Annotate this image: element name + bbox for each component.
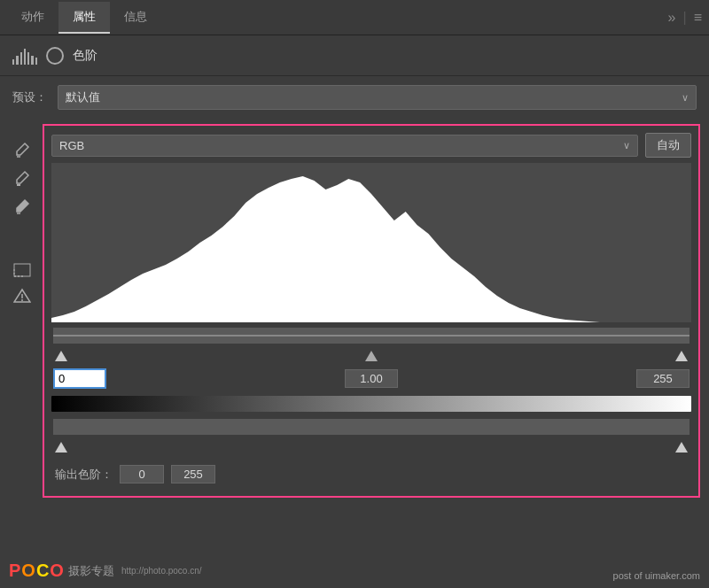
main-content: RGB ∨ 自动 (0, 119, 709, 503)
output-white-handle[interactable] (675, 442, 688, 453)
svg-rect-1 (17, 184, 20, 186)
histogram-small-icon (12, 47, 37, 65)
watermark-poco-text: POCO (9, 561, 65, 581)
left-bottom-tools (13, 262, 31, 305)
tab-properties[interactable]: 属性 (58, 2, 110, 34)
panel-header: 色阶 (0, 35, 709, 76)
channel-value: RGB (59, 139, 84, 152)
eyedropper-white-icon[interactable] (13, 198, 31, 216)
white-point-input[interactable] (636, 369, 690, 388)
menu-icon[interactable]: ≡ (694, 10, 702, 26)
input-values-row (51, 368, 691, 389)
output-white-input[interactable] (171, 465, 215, 484)
preset-row: 预设： 默认值 ∨ (0, 76, 709, 119)
eyedropper-black-icon[interactable] (13, 142, 31, 159)
channel-row: RGB ∨ 自动 (51, 133, 691, 158)
panel-title: 色阶 (73, 48, 97, 64)
levels-panel: RGB ∨ 自动 (43, 124, 700, 498)
svg-point-11 (21, 299, 23, 301)
adjustment-circle-icon (46, 47, 64, 65)
black-point-input[interactable] (53, 368, 106, 389)
watermark-tagline: 摄影专题 (68, 563, 114, 579)
tab-actions[interactable]: 动作 (7, 2, 58, 34)
tab-bar-right: » | ≡ (668, 10, 702, 26)
output-gradient-bar (51, 396, 691, 412)
tab-bar: 动作 属性 信息 » | ≡ (0, 0, 709, 35)
levels-curve-icon[interactable] (13, 262, 31, 280)
channel-chevron-icon: ∨ (623, 140, 630, 151)
left-toolbar (9, 124, 35, 498)
output-black-input[interactable] (120, 465, 164, 484)
preset-chevron-icon: ∨ (682, 92, 689, 104)
tab-info[interactable]: 信息 (110, 2, 161, 34)
output-label-row: 输出色阶： (51, 460, 691, 489)
midpoint-handle[interactable] (365, 351, 378, 361)
watermark-url: http://photo.poco.cn/ (121, 566, 202, 576)
preset-value: 默认值 (66, 89, 100, 105)
output-triangle-handles (51, 440, 691, 454)
output-black-handle[interactable] (55, 442, 67, 453)
input-slider-track[interactable] (53, 328, 690, 344)
histogram-svg (51, 163, 691, 322)
watermark-right: post of uimaker.com (613, 570, 700, 581)
black-point-handle[interactable] (55, 351, 67, 361)
eyedropper-mid-icon[interactable] (13, 170, 31, 188)
preset-dropdown[interactable]: 默认值 ∨ (58, 85, 697, 110)
white-point-handle[interactable] (675, 351, 688, 361)
expand-icon[interactable]: » (668, 10, 676, 26)
triangle-handles (51, 349, 691, 363)
svg-rect-3 (14, 264, 30, 276)
auto-button[interactable]: 自动 (645, 133, 691, 158)
channel-dropdown[interactable]: RGB ∨ (51, 135, 638, 157)
midpoint-input[interactable] (345, 369, 398, 388)
histogram-area (51, 163, 691, 322)
output-label: 输出色阶： (55, 467, 113, 483)
preset-label: 预设： (12, 89, 47, 105)
watermark-left: POCO 摄影专题 http://photo.poco.cn/ (9, 561, 202, 581)
warning-icon[interactable] (13, 287, 31, 305)
output-slider-track[interactable] (53, 419, 690, 435)
